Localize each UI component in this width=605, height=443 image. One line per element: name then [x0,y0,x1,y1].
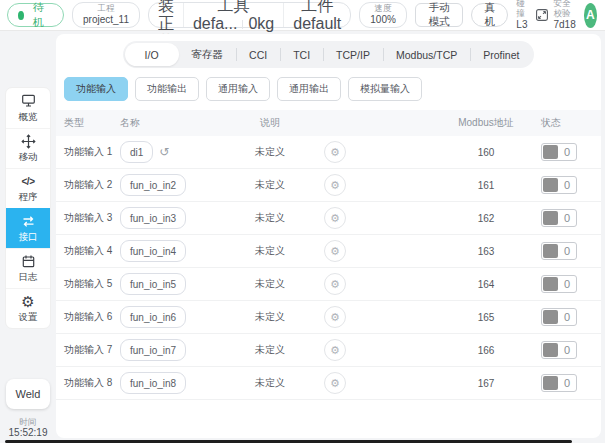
tool-section[interactable]: 工具 defa... 0kg [183,3,283,27]
sidebar-item-settings[interactable]: ⚙ 设置 [6,288,50,328]
project-pill[interactable]: 工程 project_11 [72,2,140,28]
io-desc-label: 未定义 [250,376,290,390]
io-name-input[interactable]: fun_io_in4 [120,240,186,262]
user-avatar[interactable]: A [584,3,597,28]
io-type-label: 功能输入 6 [64,310,120,324]
state-toggle[interactable]: 0 [541,374,577,392]
workpiece-section[interactable]: 工件 default [283,3,350,27]
tab-tcpip[interactable]: TCP/IP [323,43,383,66]
subtab-general-output[interactable]: 通用输出 [277,77,341,101]
tab-profinet[interactable]: Profinet [470,43,532,66]
io-desc-label: 未定义 [250,244,290,258]
io-desc-label: 未定义 [250,277,290,291]
collision-level: 碰撞 L3 [516,0,527,31]
tab-tci[interactable]: TCI [280,43,323,66]
sidebar-item-interface[interactable]: 接口 [6,208,50,248]
divider [242,20,243,29]
manual-mode-button[interactable]: 手动模式 [415,3,463,27]
io-name-input[interactable]: fun_io_in8 [120,372,186,394]
state-toggle[interactable]: 0 [541,209,577,227]
io-name-input[interactable]: fun_io_in6 [120,306,186,328]
tool-payload: 0kg [248,15,274,33]
tab-io[interactable]: I/O [125,43,179,66]
io-type-label: 功能输入 8 [64,376,120,390]
configure-gear-button[interactable]: ⚙ [324,174,346,196]
safety-check-value: 7d18 [553,19,575,31]
io-table: 类型 名称 说明 Modbus地址 状态 功能输入 1 di1 ↺ 未定义 ⚙ … [56,110,601,400]
safety-check-label: 安全校验 [553,0,575,19]
collision-label: 碰撞 [516,0,527,19]
io-name-input[interactable]: di1 [120,141,153,163]
tab-modbus-tcp[interactable]: Modbus/TCP [383,43,470,66]
real-machine-button[interactable]: 真机 [471,3,508,27]
io-name-input[interactable]: fun_io_in2 [120,174,186,196]
state-toggle[interactable]: 0 [541,242,577,260]
subtab-function-input[interactable]: 功能输入 [64,77,128,101]
subtab-function-output[interactable]: 功能输出 [135,77,199,101]
configure-gear-button[interactable]: ⚙ [324,207,346,229]
workpiece-label: 工件 [301,0,333,15]
state-toggle[interactable]: 0 [541,176,577,194]
configure-gear-button[interactable]: ⚙ [324,273,346,295]
configure-gear-button[interactable]: ⚙ [324,141,346,163]
speed-label: 速度 [375,4,392,14]
io-type-label: 功能输入 1 [64,145,120,159]
state-toggle[interactable]: 0 [541,341,577,359]
configure-gear-button[interactable]: ⚙ [324,372,346,394]
robot-status-pill[interactable]: 待机 [7,3,64,27]
tab-cci[interactable]: CCI [236,43,280,66]
toggle-knob [543,277,558,291]
toggle-knob [543,145,558,159]
speed-pill[interactable]: 速度 100% [359,2,407,28]
modbus-address: 164 [431,279,541,290]
tool-value: defa... [193,15,237,33]
move-icon [21,133,36,149]
robot-status-label: 待机 [33,0,47,30]
sidebar-item-program[interactable]: </> 程序 [6,168,50,208]
state-toggle[interactable]: 0 [541,275,577,293]
io-desc-label: 未定义 [250,145,290,159]
io-name-input[interactable]: fun_io_in3 [120,207,186,229]
col-header-desc: 说明 [250,116,290,130]
toggle-knob [543,343,558,357]
state-toggle[interactable]: 0 [541,308,577,326]
sidebar-item-overview[interactable]: 概览 [6,88,50,128]
col-header-type: 类型 [64,116,120,130]
io-name-input[interactable]: fun_io_in5 [120,273,186,295]
io-type-label: 功能输入 4 [64,244,120,258]
gear-icon: ⚙ [21,293,34,309]
subtab-analog-input[interactable]: 模拟量输入 [348,77,422,101]
state-toggle[interactable]: 0 [541,143,577,161]
workpiece-value: default [293,15,341,33]
project-label: 工程 [97,4,114,14]
io-name-input[interactable]: fun_io_in7 [120,339,186,361]
sidebar-item-label: 程序 [19,191,38,204]
swap-icon [21,213,36,229]
mount-label: 安装 [158,0,174,15]
state-value: 0 [558,212,576,224]
toggle-knob [543,211,558,225]
configure-gear-button[interactable]: ⚙ [324,306,346,328]
safety-check-icon [535,8,549,22]
io-tabs: I/O 寄存器 CCI TCI TCP/IP Modbus/TCP Profin… [123,41,535,68]
configure-gear-button[interactable]: ⚙ [324,240,346,262]
sidebar-item-move[interactable]: 移动 [6,128,50,168]
reset-name-icon[interactable]: ↺ [159,145,169,159]
sidebar-item-label: 设置 [19,311,38,324]
toggle-knob [543,178,558,192]
subtab-general-input[interactable]: 通用输入 [206,77,270,101]
weld-button[interactable]: Weld [6,379,50,409]
safety-check[interactable]: 安全校验 7d18 [535,0,575,31]
configure-gear-button[interactable]: ⚙ [324,339,346,361]
io-desc-label: 未定义 [250,310,290,324]
tab-registers[interactable]: 寄存器 [179,43,237,66]
io-desc-label: 未定义 [250,343,290,357]
mount-section[interactable]: 安装 正装 [149,3,183,27]
modbus-address: 163 [431,246,541,257]
state-value: 0 [558,179,576,191]
sidebar-item-log[interactable]: 日志 [6,248,50,288]
io-desc-label: 未定义 [250,178,290,192]
io-type-label: 功能输入 7 [64,343,120,357]
modbus-address: 165 [431,312,541,323]
table-row: 功能输入 5 fun_io_in5 未定义 ⚙ 164 0 [56,268,601,301]
